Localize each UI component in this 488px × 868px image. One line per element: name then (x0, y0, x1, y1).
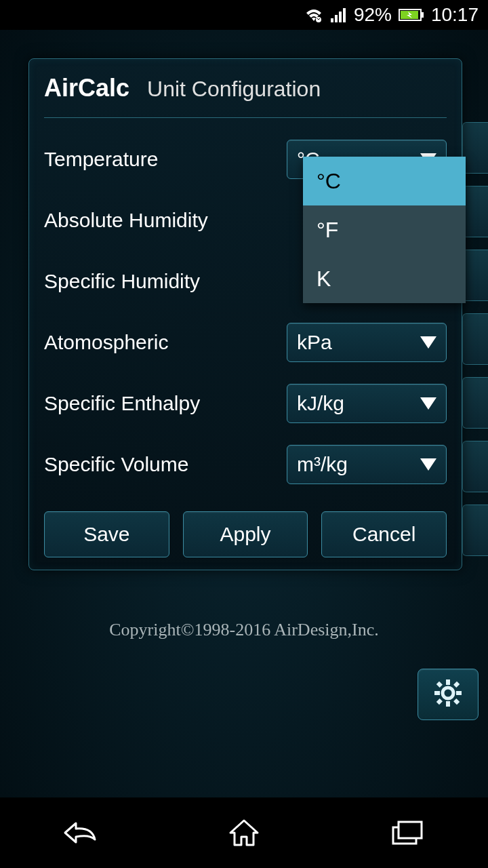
svg-rect-6 (422, 12, 424, 18)
cancel-label: Cancel (352, 523, 415, 546)
row-specific-enthalpy: Specific Enthalpy kJ/kg (44, 373, 447, 434)
temperature-dropdown-list: °C °F K (303, 157, 466, 303)
svg-rect-9 (446, 679, 450, 685)
save-label: Save (83, 523, 129, 546)
bg-tab[interactable] (462, 250, 488, 301)
bg-tab[interactable] (462, 505, 488, 556)
wifi-icon (305, 7, 323, 22)
chevron-down-icon (420, 458, 436, 471)
label-atmospheric: Atomospheric (44, 331, 287, 354)
select-value: m³/kg (297, 453, 348, 476)
dialog-actions: Save Apply Cancel (44, 511, 447, 557)
option-label: °C (317, 169, 341, 194)
svg-rect-4 (343, 8, 346, 22)
row-atmospheric: Atomospheric kPa (44, 312, 447, 373)
option-label: °F (317, 218, 338, 243)
svg-rect-16 (453, 698, 460, 705)
label-temperature: Temperature (44, 148, 287, 171)
bg-tab[interactable] (462, 122, 488, 174)
svg-rect-11 (434, 691, 440, 695)
dropdown-option-celsius[interactable]: °C (303, 157, 466, 205)
bg-tab[interactable] (462, 313, 488, 365)
battery-percentage: 92% (354, 4, 392, 26)
chevron-down-icon (420, 397, 436, 410)
select-value: kJ/kg (297, 392, 344, 415)
svg-point-8 (443, 688, 453, 698)
home-button[interactable] (222, 811, 266, 854)
svg-rect-12 (456, 691, 462, 695)
bg-tab[interactable] (462, 441, 488, 492)
navigation-bar (0, 797, 488, 868)
svg-rect-1 (331, 18, 333, 22)
battery-icon (399, 7, 424, 22)
label-specific-enthalpy: Specific Enthalpy (44, 392, 287, 415)
select-value: kPa (297, 331, 332, 354)
svg-rect-14 (453, 682, 460, 688)
recent-button[interactable] (385, 811, 428, 854)
save-button[interactable]: Save (44, 511, 169, 557)
apply-label: Apply (220, 523, 270, 546)
dialog-title: AirCalc (44, 74, 129, 102)
gear-icon (433, 678, 463, 711)
chevron-down-icon (420, 336, 436, 349)
settings-button[interactable] (418, 669, 479, 720)
svg-rect-10 (446, 701, 450, 707)
cancel-button[interactable]: Cancel (321, 511, 447, 557)
dialog-subtitle: Unit Configuration (147, 77, 321, 102)
option-label: K (317, 267, 331, 292)
dialog-header: AirCalc Unit Configuration (44, 74, 447, 118)
status-clock: 10:17 (431, 4, 479, 26)
svg-rect-15 (436, 698, 443, 705)
back-button[interactable] (60, 811, 103, 854)
bg-tab[interactable] (462, 186, 488, 237)
dropdown-option-kelvin[interactable]: K (303, 254, 466, 303)
dropdown-option-fahrenheit[interactable]: °F (303, 205, 466, 254)
unit-config-dialog: AirCalc Unit Configuration Temperature °… (28, 58, 462, 570)
svg-rect-3 (339, 12, 342, 22)
apply-button[interactable]: Apply (183, 511, 308, 557)
select-specific-enthalpy[interactable]: kJ/kg (287, 384, 447, 423)
copyright-text: Copyright©1998-2016 AirDesign,Inc. (0, 620, 488, 640)
status-bar: 92% 10:17 (0, 0, 488, 30)
bg-tab[interactable] (462, 377, 488, 429)
background-tabs (462, 122, 488, 556)
select-specific-volume[interactable]: m³/kg (287, 445, 447, 484)
signal-icon (329, 7, 347, 22)
select-atmospheric[interactable]: kPa (287, 323, 447, 362)
label-specific-volume: Specific Volume (44, 453, 287, 476)
svg-rect-2 (335, 15, 338, 22)
svg-rect-13 (436, 682, 443, 688)
row-specific-volume: Specific Volume m³/kg (44, 434, 447, 495)
svg-rect-18 (399, 822, 422, 838)
